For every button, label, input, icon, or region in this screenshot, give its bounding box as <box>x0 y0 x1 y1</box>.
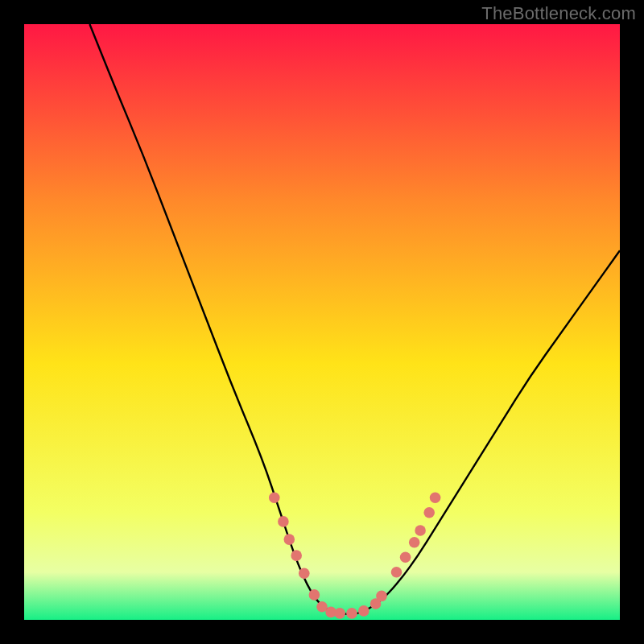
watermark-text: TheBottleneck.com <box>481 3 636 24</box>
curve-marker <box>376 591 387 602</box>
chart-frame <box>24 24 620 620</box>
curve-marker <box>284 534 295 545</box>
curve-marker <box>391 567 402 578</box>
curve-marker <box>334 608 345 619</box>
bottleneck-chart <box>24 24 620 620</box>
curve-marker <box>423 507 435 518</box>
curve-marker <box>409 537 420 548</box>
curve-marker <box>299 568 310 580</box>
chart-background <box>24 24 620 620</box>
curve-marker <box>415 525 426 536</box>
curve-marker <box>278 516 289 527</box>
curve-marker <box>309 589 320 601</box>
curve-marker <box>430 493 441 504</box>
curve-marker <box>291 550 302 561</box>
curve-marker <box>400 552 411 564</box>
curve-marker <box>269 493 280 504</box>
curve-marker <box>346 608 357 619</box>
curve-marker <box>358 605 369 617</box>
